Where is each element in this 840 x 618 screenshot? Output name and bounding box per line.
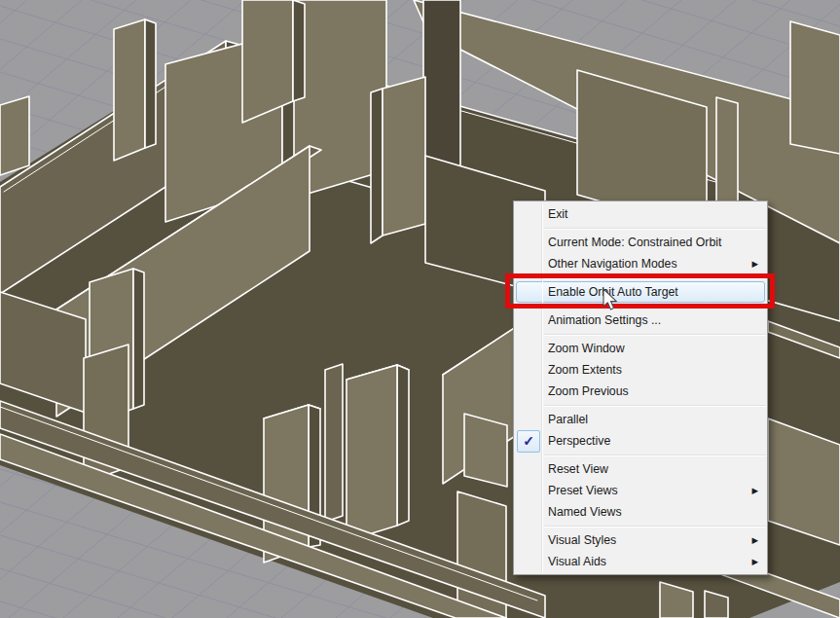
menu-separator: [544, 526, 766, 527]
menu-item-label: Zoom Extents: [548, 359, 622, 381]
menu-item-current-mode-constrained-orbit[interactable]: Current Mode: Constrained Orbit: [514, 232, 767, 253]
menu-item-zoom-extents[interactable]: Zoom Extents: [514, 359, 767, 381]
menu-separator: [544, 228, 766, 230]
application-window: ExitCurrent Mode: Constrained OrbitOther…: [0, 0, 840, 618]
menu-item-label: Visual Aids: [548, 551, 606, 572]
menu-item-label: Other Navigation Modes: [548, 253, 677, 274]
menu-item-label: Reset View: [548, 458, 608, 480]
menu-item-named-views[interactable]: Named Views: [514, 501, 767, 523]
menu-item-perspective[interactable]: ✓Perspective: [514, 430, 767, 452]
mouse-cursor-icon: [603, 288, 622, 313]
menu-item-label: Preset Views: [548, 480, 618, 501]
submenu-arrow-icon: ▶: [751, 480, 758, 501]
menu-item-label: Parallel: [548, 409, 588, 430]
menu-item-label: Visual Styles: [548, 529, 616, 551]
submenu-arrow-icon: ▶: [751, 551, 758, 572]
menu-item-preset-views[interactable]: Preset Views▶: [514, 480, 767, 501]
checkmark-icon: ✓: [517, 430, 540, 453]
menu-item-parallel[interactable]: Parallel: [514, 409, 767, 430]
submenu-arrow-icon: ▶: [751, 529, 758, 551]
menu-item-zoom-window[interactable]: Zoom Window: [514, 338, 767, 359]
menu-item-zoom-previous[interactable]: Zoom Previous: [514, 381, 767, 402]
menu-item-label: Perspective: [548, 430, 610, 452]
menu-item-label: Zoom Window: [548, 338, 625, 359]
menu-item-label: Named Views: [548, 501, 622, 523]
menu-item-reset-view[interactable]: Reset View: [514, 458, 767, 480]
submenu-arrow-icon: ▶: [751, 253, 758, 274]
menu-separator: [544, 334, 766, 336]
annotation-highlight-box: [505, 273, 775, 309]
menu-item-exit[interactable]: Exit: [514, 203, 767, 225]
menu-item-label: Zoom Previous: [548, 381, 629, 402]
menu-item-visual-aids[interactable]: Visual Aids▶: [514, 551, 767, 572]
menu-item-label: Exit: [548, 203, 568, 225]
menu-separator: [544, 454, 766, 456]
menu-item-animation-settings[interactable]: Animation Settings ...: [514, 309, 767, 331]
menu-item-visual-styles[interactable]: Visual Styles▶: [514, 529, 767, 551]
menu-item-label: Current Mode: Constrained Orbit: [548, 232, 721, 253]
menu-item-other-navigation-modes[interactable]: Other Navigation Modes▶: [514, 253, 767, 274]
menu-separator: [544, 405, 766, 407]
context-menu: ExitCurrent Mode: Constrained OrbitOther…: [513, 200, 768, 575]
